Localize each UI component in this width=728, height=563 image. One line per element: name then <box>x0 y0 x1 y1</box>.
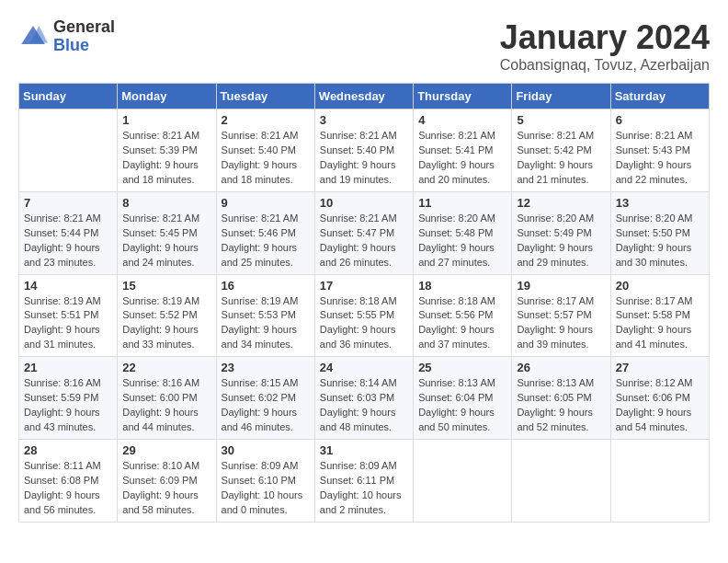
calendar-cell: 5Sunrise: 8:21 AM Sunset: 5:42 PM Daylig… <box>512 109 610 192</box>
logo-icon <box>18 22 48 52</box>
calendar-cell: 11Sunrise: 8:20 AM Sunset: 5:48 PM Dayli… <box>414 191 512 274</box>
logo: General Blue <box>18 18 115 55</box>
calendar-week-row: 7Sunrise: 8:21 AM Sunset: 5:44 PM Daylig… <box>19 191 710 274</box>
day-content: Sunrise: 8:21 AM Sunset: 5:39 PM Dayligh… <box>122 129 210 188</box>
day-number: 24 <box>320 361 408 374</box>
day-number: 5 <box>517 113 605 127</box>
day-content: Sunrise: 8:09 AM Sunset: 6:10 PM Dayligh… <box>222 459 310 518</box>
day-number: 31 <box>320 443 408 457</box>
day-content: Sunrise: 8:21 AM Sunset: 5:46 PM Dayligh… <box>222 212 310 270</box>
calendar-cell: 2Sunrise: 8:21 AM Sunset: 5:40 PM Daylig… <box>216 109 314 192</box>
day-content: Sunrise: 8:21 AM Sunset: 5:41 PM Dayligh… <box>418 129 506 188</box>
day-content: Sunrise: 8:09 AM Sunset: 6:11 PM Dayligh… <box>320 459 408 518</box>
day-number: 23 <box>222 361 310 374</box>
calendar-week-row: 28Sunrise: 8:11 AM Sunset: 6:08 PM Dayli… <box>19 440 710 523</box>
day-content: Sunrise: 8:19 AM Sunset: 5:53 PM Dayligh… <box>222 294 310 353</box>
day-number: 1 <box>122 113 210 127</box>
day-content: Sunrise: 8:10 AM Sunset: 6:09 PM Dayligh… <box>122 459 210 518</box>
calendar-cell: 12Sunrise: 8:20 AM Sunset: 5:49 PM Dayli… <box>512 191 610 274</box>
day-number: 2 <box>222 113 310 127</box>
calendar-cell: 27Sunrise: 8:12 AM Sunset: 6:06 PM Dayli… <box>610 357 709 440</box>
calendar-cell: 28Sunrise: 8:11 AM Sunset: 6:08 PM Dayli… <box>19 440 118 523</box>
calendar-cell: 20Sunrise: 8:17 AM Sunset: 5:58 PM Dayli… <box>610 274 709 357</box>
day-number: 19 <box>517 279 605 293</box>
calendar-cell: 26Sunrise: 8:13 AM Sunset: 6:05 PM Dayli… <box>512 357 610 440</box>
day-content: Sunrise: 8:21 AM Sunset: 5:44 PM Dayligh… <box>24 212 112 270</box>
calendar-cell: 17Sunrise: 8:18 AM Sunset: 5:55 PM Dayli… <box>314 274 413 357</box>
calendar-week-row: 21Sunrise: 8:16 AM Sunset: 5:59 PM Dayli… <box>19 357 710 440</box>
calendar-cell: 18Sunrise: 8:18 AM Sunset: 5:56 PM Dayli… <box>414 274 512 357</box>
day-number: 20 <box>616 279 704 293</box>
calendar-title: January 2024 <box>500 18 710 57</box>
calendar-cell: 24Sunrise: 8:14 AM Sunset: 6:03 PM Dayli… <box>314 357 413 440</box>
day-content: Sunrise: 8:21 AM Sunset: 5:47 PM Dayligh… <box>320 212 408 270</box>
day-content: Sunrise: 8:20 AM Sunset: 5:48 PM Dayligh… <box>418 212 506 270</box>
day-content: Sunrise: 8:18 AM Sunset: 5:56 PM Dayligh… <box>418 294 506 353</box>
calendar-cell: 29Sunrise: 8:10 AM Sunset: 6:09 PM Dayli… <box>118 440 216 523</box>
calendar-table: SundayMondayTuesdayWednesdayThursdayFrid… <box>18 83 710 523</box>
day-content: Sunrise: 8:16 AM Sunset: 5:59 PM Dayligh… <box>24 376 112 435</box>
day-content: Sunrise: 8:19 AM Sunset: 5:52 PM Dayligh… <box>122 294 210 353</box>
day-content: Sunrise: 8:19 AM Sunset: 5:51 PM Dayligh… <box>24 294 112 353</box>
calendar-cell: 30Sunrise: 8:09 AM Sunset: 6:10 PM Dayli… <box>216 440 314 523</box>
calendar-cell <box>512 440 610 523</box>
weekday-header-row: SundayMondayTuesdayWednesdayThursdayFrid… <box>19 84 710 109</box>
day-number: 4 <box>418 113 506 127</box>
calendar-cell <box>19 109 118 192</box>
weekday-header-thursday: Thursday <box>414 84 512 109</box>
day-number: 26 <box>517 361 605 374</box>
day-number: 17 <box>320 279 408 293</box>
day-content: Sunrise: 8:21 AM Sunset: 5:45 PM Dayligh… <box>122 212 210 270</box>
day-content: Sunrise: 8:20 AM Sunset: 5:49 PM Dayligh… <box>517 212 605 270</box>
calendar-cell: 23Sunrise: 8:15 AM Sunset: 6:02 PM Dayli… <box>216 357 314 440</box>
day-number: 7 <box>24 196 112 210</box>
header: General Blue January 2024 Cobansignaq, T… <box>18 18 710 74</box>
day-number: 11 <box>418 196 506 210</box>
day-number: 29 <box>122 443 210 457</box>
logo-blue-text: Blue <box>53 37 115 55</box>
day-number: 14 <box>24 279 112 293</box>
calendar-cell: 21Sunrise: 8:16 AM Sunset: 5:59 PM Dayli… <box>19 357 118 440</box>
day-content: Sunrise: 8:15 AM Sunset: 6:02 PM Dayligh… <box>222 376 310 435</box>
day-number: 6 <box>616 113 704 127</box>
day-number: 21 <box>24 361 112 374</box>
day-number: 8 <box>122 196 210 210</box>
day-content: Sunrise: 8:14 AM Sunset: 6:03 PM Dayligh… <box>320 376 408 435</box>
day-content: Sunrise: 8:18 AM Sunset: 5:55 PM Dayligh… <box>320 294 408 353</box>
calendar-cell: 1Sunrise: 8:21 AM Sunset: 5:39 PM Daylig… <box>118 109 216 192</box>
day-content: Sunrise: 8:17 AM Sunset: 5:58 PM Dayligh… <box>616 294 704 353</box>
calendar-cell: 25Sunrise: 8:13 AM Sunset: 6:04 PM Dayli… <box>414 357 512 440</box>
calendar-cell: 19Sunrise: 8:17 AM Sunset: 5:57 PM Dayli… <box>512 274 610 357</box>
weekday-header-saturday: Saturday <box>610 84 709 109</box>
day-number: 27 <box>616 361 704 374</box>
calendar-cell: 15Sunrise: 8:19 AM Sunset: 5:52 PM Dayli… <box>118 274 216 357</box>
day-number: 16 <box>222 279 310 293</box>
day-number: 10 <box>320 196 408 210</box>
day-content: Sunrise: 8:11 AM Sunset: 6:08 PM Dayligh… <box>24 459 112 518</box>
calendar-cell: 6Sunrise: 8:21 AM Sunset: 5:43 PM Daylig… <box>610 109 709 192</box>
weekday-header-friday: Friday <box>512 84 610 109</box>
day-content: Sunrise: 8:12 AM Sunset: 6:06 PM Dayligh… <box>616 376 704 435</box>
day-content: Sunrise: 8:20 AM Sunset: 5:50 PM Dayligh… <box>616 212 704 270</box>
day-number: 15 <box>122 279 210 293</box>
calendar-cell <box>610 440 709 523</box>
title-block: January 2024 Cobansignaq, Tovuz, Azerbai… <box>500 18 710 74</box>
logo-text: General Blue <box>53 18 115 55</box>
day-content: Sunrise: 8:13 AM Sunset: 6:04 PM Dayligh… <box>418 376 506 435</box>
day-number: 25 <box>418 361 506 374</box>
day-number: 28 <box>24 443 112 457</box>
day-number: 12 <box>517 196 605 210</box>
day-content: Sunrise: 8:16 AM Sunset: 6:00 PM Dayligh… <box>122 376 210 435</box>
day-number: 18 <box>418 279 506 293</box>
day-content: Sunrise: 8:21 AM Sunset: 5:40 PM Dayligh… <box>222 129 310 188</box>
calendar-subtitle: Cobansignaq, Tovuz, Azerbaijan <box>500 57 710 74</box>
weekday-header-tuesday: Tuesday <box>216 84 314 109</box>
day-number: 9 <box>222 196 310 210</box>
calendar-cell: 8Sunrise: 8:21 AM Sunset: 5:45 PM Daylig… <box>118 191 216 274</box>
calendar-cell: 13Sunrise: 8:20 AM Sunset: 5:50 PM Dayli… <box>610 191 709 274</box>
calendar-cell: 22Sunrise: 8:16 AM Sunset: 6:00 PM Dayli… <box>118 357 216 440</box>
day-content: Sunrise: 8:21 AM Sunset: 5:43 PM Dayligh… <box>616 129 704 188</box>
calendar-cell: 14Sunrise: 8:19 AM Sunset: 5:51 PM Dayli… <box>19 274 118 357</box>
logo-general-text: General <box>53 18 115 37</box>
calendar-cell <box>414 440 512 523</box>
